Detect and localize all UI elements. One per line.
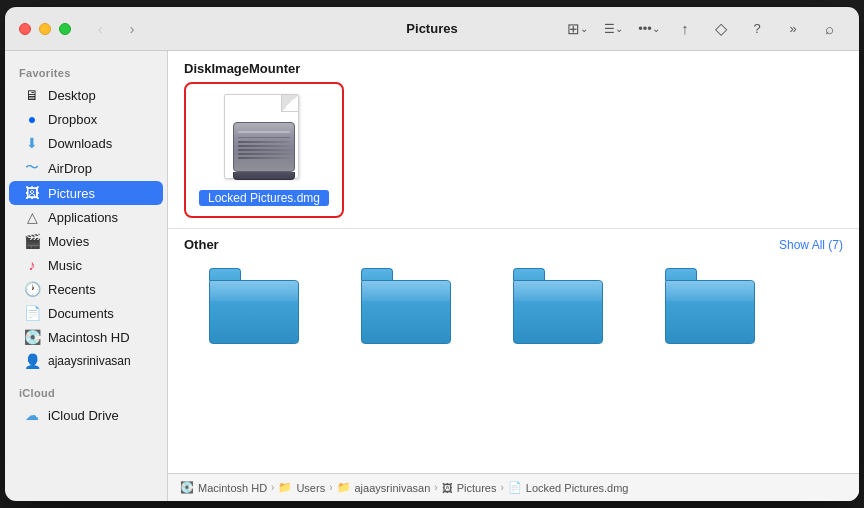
breadcrumb-macintosh-hd[interactable]: 💽 Macintosh HD — [180, 481, 267, 494]
documents-icon: 📄 — [23, 305, 41, 321]
sidebar-item-label: Desktop — [48, 88, 96, 103]
sidebar-item-label: ajaaysrinivasan — [48, 354, 131, 368]
separator-1: › — [271, 482, 274, 493]
user-breadcrumb-icon: 📁 — [337, 481, 351, 494]
breadcrumb-file-label: Locked Pictures.dmg — [526, 482, 629, 494]
other-section: Other Show All (7) — [168, 228, 859, 360]
disk-image-icon — [233, 122, 295, 180]
breadcrumb-pictures[interactable]: 🖼 Pictures — [442, 482, 497, 494]
user-icon: 👤 — [23, 353, 41, 369]
folder-body — [665, 280, 755, 344]
sidebar-item-label: Documents — [48, 306, 114, 321]
folder-icon-3 — [513, 268, 603, 344]
folder-tab — [665, 268, 697, 280]
sidebar-item-label: Applications — [48, 210, 118, 225]
folder-item-2[interactable] — [336, 262, 476, 350]
breadcrumb-user[interactable]: 📁 ajaaysrinivasan — [337, 481, 431, 494]
dropbox-icon: ● — [23, 111, 41, 127]
statusbar: 💽 Macintosh HD › 📁 Users › 📁 ajaaysriniv… — [168, 473, 859, 501]
traffic-lights — [19, 23, 71, 35]
folder-body — [361, 280, 451, 344]
macintosh-hd-icon: 💽 — [23, 329, 41, 345]
desktop-icon: 🖥 — [23, 87, 41, 103]
close-button[interactable] — [19, 23, 31, 35]
disk-stripe — [238, 145, 290, 147]
maximize-button[interactable] — [59, 23, 71, 35]
scrollable-content[interactable]: DiskImageMounter — [168, 51, 859, 473]
breadcrumb-users-label: Users — [296, 482, 325, 494]
folder-icon-4 — [665, 268, 755, 344]
sidebar-item-airdrop[interactable]: 〜 AirDrop — [9, 155, 163, 181]
sidebar-item-label: iCloud Drive — [48, 408, 119, 423]
selected-file-item[interactable]: Locked Pictures.dmg — [184, 82, 344, 218]
applications-icon: △ — [23, 209, 41, 225]
breadcrumb-file[interactable]: 📄 Locked Pictures.dmg — [508, 481, 629, 494]
back-button[interactable]: ‹ — [87, 18, 113, 40]
finder-window: ‹ › Pictures ⊞⌄ ☰⌄ •••⌄ ↑ ◇ ? » ⌕ Favori… — [4, 6, 860, 502]
more-button[interactable]: » — [777, 16, 809, 42]
sidebar-item-applications[interactable]: △ Applications — [9, 205, 163, 229]
sidebar-item-dropbox[interactable]: ● Dropbox — [9, 107, 163, 131]
folder-body — [209, 280, 299, 344]
macintosh-hd-breadcrumb-icon: 💽 — [180, 481, 194, 494]
view-grid-button[interactable]: ⊞⌄ — [561, 16, 593, 42]
sidebar-item-label: Pictures — [48, 186, 95, 201]
disk-image-mounter-header: DiskImageMounter — [168, 51, 859, 82]
folder-item-4[interactable] — [640, 262, 780, 350]
disk-stripe — [238, 141, 290, 143]
icloud-drive-icon: ☁ — [23, 407, 41, 423]
breadcrumb-macintosh-hd-label: Macintosh HD — [198, 482, 267, 494]
folder-icon-2 — [361, 268, 451, 344]
folder-item-1[interactable] — [184, 262, 324, 350]
folder-tab — [209, 268, 241, 280]
sidebar-item-icloud-drive[interactable]: ☁ iCloud Drive — [9, 403, 163, 427]
sidebar-item-music[interactable]: ♪ Music — [9, 253, 163, 277]
sidebar-item-macintosh-hd[interactable]: 💽 Macintosh HD — [9, 325, 163, 349]
sidebar-item-desktop[interactable]: 🖥 Desktop — [9, 83, 163, 107]
sidebar-item-recents[interactable]: 🕐 Recents — [9, 277, 163, 301]
sidebar-item-movies[interactable]: 🎬 Movies — [9, 229, 163, 253]
tag-button[interactable]: ◇ — [705, 16, 737, 42]
view-list-button[interactable]: ☰⌄ — [597, 16, 629, 42]
separator-2: › — [329, 482, 332, 493]
other-header: Other Show All (7) — [184, 237, 843, 252]
file-label: Locked Pictures.dmg — [199, 190, 329, 206]
music-icon: ♪ — [23, 257, 41, 273]
icloud-label: iCloud — [5, 379, 167, 403]
sidebar-item-label: Music — [48, 258, 82, 273]
other-title: Other — [184, 237, 219, 252]
titlebar: ‹ › Pictures ⊞⌄ ☰⌄ •••⌄ ↑ ◇ ? » ⌕ — [5, 7, 859, 51]
sidebar-item-pictures[interactable]: 🖼 Pictures — [9, 181, 163, 205]
window-title: Pictures — [406, 21, 457, 36]
help-button[interactable]: ? — [741, 16, 773, 42]
disk-image-section: Locked Pictures.dmg — [168, 82, 859, 228]
sidebar-item-label: Downloads — [48, 136, 112, 151]
pictures-icon: 🖼 — [23, 185, 41, 201]
sidebar-item-user[interactable]: 👤 ajaaysrinivasan — [9, 349, 163, 373]
share-button[interactable]: ↑ — [669, 16, 701, 42]
sidebar-item-downloads[interactable]: ⬇ Downloads — [9, 131, 163, 155]
show-all-button[interactable]: Show All (7) — [779, 238, 843, 252]
search-button[interactable]: ⌕ — [813, 16, 845, 42]
movies-icon: 🎬 — [23, 233, 41, 249]
breadcrumb-users[interactable]: 📁 Users — [278, 481, 325, 494]
breadcrumb-user-label: ajaaysrinivasan — [355, 482, 431, 494]
disk-stripes — [238, 141, 290, 159]
sidebar-item-documents[interactable]: 📄 Documents — [9, 301, 163, 325]
airdrop-icon: 〜 — [23, 159, 41, 177]
separator-4: › — [500, 482, 503, 493]
sidebar-item-label: AirDrop — [48, 161, 92, 176]
forward-button[interactable]: › — [119, 18, 145, 40]
recents-icon: 🕐 — [23, 281, 41, 297]
sidebar: Favorites 🖥 Desktop ● Dropbox ⬇ Download… — [5, 51, 168, 501]
favorites-label: Favorites — [5, 59, 167, 83]
folder-body — [513, 280, 603, 344]
minimize-button[interactable] — [39, 23, 51, 35]
disk-stripe — [238, 153, 290, 155]
disk-bottom — [233, 172, 295, 180]
action-menu-button[interactable]: •••⌄ — [633, 16, 665, 42]
folder-item-3[interactable] — [488, 262, 628, 350]
users-breadcrumb-icon: 📁 — [278, 481, 292, 494]
window-content: Favorites 🖥 Desktop ● Dropbox ⬇ Download… — [5, 51, 859, 501]
nav-buttons: ‹ › — [87, 18, 145, 40]
